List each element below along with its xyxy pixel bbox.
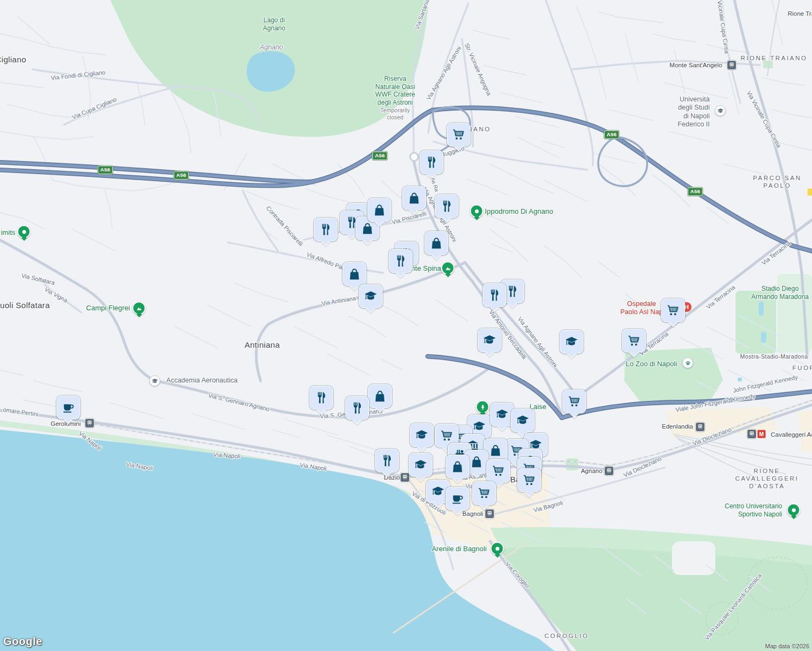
green-label[interactable]: RiservaNaturale OasiWWF Crateredegli Ast… bbox=[375, 75, 415, 107]
dot-poi-icon[interactable] bbox=[491, 542, 504, 556]
district-label: FUORIGROTTA bbox=[792, 364, 812, 372]
red-label[interactable]: OspedalePaolo Asl Nap bbox=[620, 300, 663, 317]
poi-pin-cart[interactable] bbox=[486, 459, 510, 483]
restaurant-icon bbox=[394, 254, 408, 268]
google-logo[interactable]: Google bbox=[3, 635, 42, 648]
restaurant-icon bbox=[505, 284, 519, 298]
poi-pin-school[interactable] bbox=[560, 330, 583, 354]
cart-icon bbox=[491, 464, 505, 478]
green-label[interactable]: Stadio DiegoArmando Maradona bbox=[751, 285, 809, 301]
tree-poi-icon[interactable] bbox=[476, 400, 490, 414]
station-label[interactable]: Monte Sant'Angelo bbox=[670, 61, 722, 69]
poi-pin-cart[interactable] bbox=[517, 468, 541, 492]
poi-pin-cart[interactable] bbox=[472, 481, 496, 505]
graduation-cap-icon[interactable] bbox=[149, 375, 160, 386]
district-label: RIONECAVALLEGGERID'AOSTA bbox=[735, 467, 798, 490]
poi-pin-cart[interactable] bbox=[622, 329, 646, 353]
restaurant-icon bbox=[487, 288, 502, 302]
green-lg-label[interactable]: Ippodromo Di Agnano bbox=[485, 207, 553, 216]
school-icon bbox=[483, 333, 497, 347]
dot-poi-icon[interactable] bbox=[787, 503, 801, 517]
train-station-icon[interactable] bbox=[400, 473, 410, 482]
muted-label: Temporarilyclosed bbox=[380, 107, 410, 121]
poi-label[interactable]: Accademia Aeronautica bbox=[166, 376, 237, 385]
paw-icon[interactable] bbox=[682, 358, 693, 368]
poi-pin-restaurant[interactable] bbox=[389, 249, 413, 273]
dot-poi-icon[interactable] bbox=[17, 225, 31, 239]
school-icon bbox=[516, 413, 530, 427]
poi-pin-restaurant[interactable] bbox=[435, 194, 459, 218]
dot-poi-icon[interactable] bbox=[470, 205, 484, 218]
water-label: Agnano bbox=[259, 43, 283, 52]
district-label: COROGLIO bbox=[544, 632, 589, 640]
town-label: zuoli Solfatara bbox=[0, 301, 50, 310]
poi-pin-school[interactable] bbox=[409, 453, 433, 477]
poi-pin-school[interactable] bbox=[410, 423, 434, 447]
restaurant-icon bbox=[380, 454, 394, 468]
bag-icon bbox=[470, 455, 484, 469]
bag-icon bbox=[360, 221, 375, 235]
poi-pin-cart[interactable] bbox=[447, 123, 471, 146]
green-label[interactable]: Lago diAgnano bbox=[263, 16, 285, 32]
poi-pin-cart[interactable] bbox=[562, 390, 586, 413]
poi-pin-school[interactable] bbox=[478, 328, 502, 352]
train-station-icon[interactable] bbox=[727, 60, 737, 70]
cart-icon bbox=[440, 429, 454, 443]
poi-pin-cafe[interactable] bbox=[446, 487, 470, 510]
poi-pin-bag[interactable] bbox=[367, 198, 391, 222]
poi-pin-bag[interactable] bbox=[368, 384, 392, 408]
cart-icon bbox=[477, 486, 491, 500]
green-lg-label[interactable]: Campi Flegrei bbox=[86, 304, 130, 312]
school-icon bbox=[414, 458, 428, 472]
poi-pin-bag[interactable] bbox=[342, 262, 366, 286]
town-label: Cigliano bbox=[0, 55, 26, 65]
green-lg-label[interactable]: Lo Zoo di Napoli bbox=[626, 360, 677, 368]
poi-pin-restaurant[interactable] bbox=[375, 449, 399, 473]
train-station-icon[interactable] bbox=[695, 422, 705, 432]
bag-icon bbox=[489, 443, 503, 457]
cafe-icon bbox=[61, 400, 75, 414]
green-lg-label[interactable]: Arenile di Bagnoli bbox=[432, 545, 486, 553]
station-label[interactable]: Bagnoli bbox=[462, 510, 483, 518]
station-label[interactable]: Agnano bbox=[581, 467, 602, 475]
bag-icon bbox=[429, 236, 443, 250]
restaurant-icon bbox=[319, 222, 333, 237]
poi-pin-restaurant[interactable] bbox=[420, 150, 443, 174]
poi-pin-school[interactable] bbox=[359, 284, 383, 308]
poi-label[interactable]: Universitàdegli Studidi NapoliFederico I… bbox=[677, 95, 709, 129]
bag-icon bbox=[347, 267, 361, 281]
station-label[interactable]: Cavalleggeri Aosta bbox=[771, 431, 812, 438]
poi-pin-restaurant[interactable] bbox=[309, 386, 333, 410]
green-lg-label[interactable]: imits bbox=[1, 228, 16, 237]
green-label[interactable]: Centro UniversitarioSportivo Napoli bbox=[725, 502, 782, 518]
poi-pin-restaurant[interactable] bbox=[345, 396, 369, 420]
poi-pin-bag[interactable] bbox=[424, 231, 448, 255]
school-icon bbox=[564, 335, 579, 349]
school-icon bbox=[431, 484, 445, 499]
restaurant-icon bbox=[424, 155, 439, 169]
poi-pin-restaurant[interactable] bbox=[314, 218, 338, 241]
bag-icon bbox=[372, 203, 386, 217]
train-station-icon[interactable] bbox=[747, 429, 757, 439]
poi-pin-school[interactable] bbox=[511, 409, 535, 432]
train-station-icon[interactable] bbox=[485, 509, 494, 519]
train-station-icon[interactable] bbox=[604, 466, 614, 476]
poi-pin-restaurant[interactable] bbox=[483, 283, 506, 307]
cart-icon bbox=[452, 127, 466, 142]
station-label[interactable]: Edenlandia bbox=[662, 423, 693, 430]
school-icon bbox=[495, 407, 509, 422]
poi-pin-cart[interactable] bbox=[661, 298, 685, 322]
metro-icon[interactable]: M bbox=[757, 430, 766, 439]
train-station-icon[interactable] bbox=[85, 418, 94, 428]
graduation-cap-icon[interactable] bbox=[715, 105, 726, 116]
mountain-poi-icon[interactable] bbox=[441, 261, 455, 275]
station-label: Rione Traiano bbox=[788, 10, 812, 17]
a56-shield: A56 bbox=[174, 171, 189, 180]
poi-pin-bag[interactable] bbox=[446, 455, 470, 478]
district-label: PARCO SANPAOLO bbox=[753, 174, 801, 189]
route-shield-partial bbox=[807, 188, 812, 196]
mountain-poi-icon[interactable] bbox=[132, 302, 146, 315]
map[interactable]: Via Fondi di CiglianoVia Cupa CiglianoCi… bbox=[0, 0, 812, 651]
poi-pin-cafe[interactable] bbox=[56, 395, 80, 419]
poi-pin-bag[interactable] bbox=[402, 186, 426, 210]
